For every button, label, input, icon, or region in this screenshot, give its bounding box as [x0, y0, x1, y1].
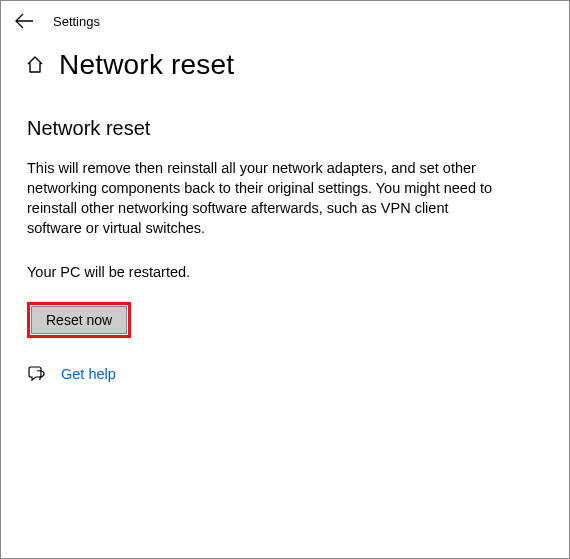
- reset-now-button[interactable]: Reset now: [31, 306, 127, 334]
- page-title: Network reset: [59, 49, 234, 81]
- help-row: Get help: [27, 364, 497, 384]
- restart-notice: Your PC will be restarted.: [27, 264, 497, 280]
- app-title: Settings: [53, 14, 100, 29]
- window-header: Settings: [1, 1, 569, 37]
- section-heading: Network reset: [27, 117, 497, 140]
- back-arrow-icon[interactable]: [15, 13, 35, 29]
- home-icon[interactable]: [25, 55, 45, 75]
- description-text: This will remove then reinstall all your…: [27, 158, 497, 238]
- page-title-row: Network reset: [1, 37, 569, 89]
- chat-help-icon: [27, 364, 47, 384]
- reset-button-highlight: Reset now: [27, 302, 131, 338]
- content-area: Network reset This will remove then rein…: [1, 89, 521, 384]
- get-help-link[interactable]: Get help: [61, 366, 116, 382]
